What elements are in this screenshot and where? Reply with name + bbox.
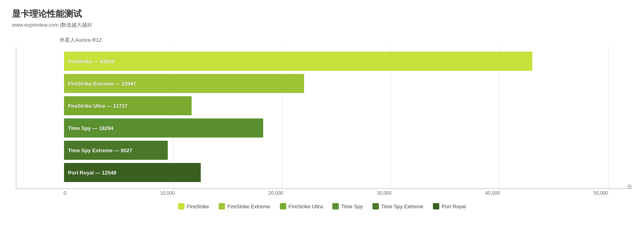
bar-firestrike-ultra: FireStrike Ultra — 11717 <box>64 96 192 115</box>
legend-label: FireStrike Ultra <box>289 204 323 209</box>
x-tick: 50,000 <box>594 190 608 196</box>
x-tick: 10,000 <box>160 190 175 196</box>
legend: FireStrikeFireStrike ExtremeFireStrike U… <box>12 203 632 209</box>
legend-label: FireStrike Extreme <box>227 204 270 209</box>
legend-color-box <box>433 203 439 209</box>
x-tick: 0 <box>64 190 66 196</box>
x-axis: 分 010,00020,00030,00040,00050,000 <box>16 190 632 196</box>
chart-container: FireStrike — 43010FireStrike Extreme — 2… <box>12 47 632 196</box>
bar-label: Time Spy Extreme — 9527 <box>68 147 132 153</box>
system-name: 外星人Aurora R12 <box>60 37 632 44</box>
bar-port-royal: Port Royal — 12549 <box>64 163 201 182</box>
bar-row: FireStrike — 43010 <box>64 51 608 72</box>
bar-label: FireStrike Extreme — 22047 <box>68 81 136 87</box>
legend-label: FireStrike <box>187 204 209 209</box>
legend-color-box <box>280 203 286 209</box>
subtitle: www.expreview.com |数值越大越好 <box>12 21 632 29</box>
bar-row: FireStrike Extreme — 22047 <box>64 73 608 94</box>
bar-time-spy-extreme: Time Spy Extreme — 9527 <box>64 141 168 160</box>
bar-firestrike-extreme: FireStrike Extreme — 22047 <box>64 74 304 93</box>
bar-firestrike: FireStrike — 43010 <box>64 52 532 71</box>
bar-label: Time Spy — 18294 <box>68 125 113 131</box>
legend-item: FireStrike Extreme <box>219 203 270 209</box>
bar-label: FireStrike Ultra — 11717 <box>68 103 128 109</box>
bar-row: Time Spy — 18294 <box>64 118 608 138</box>
legend-label: Port Royal <box>442 204 466 209</box>
legend-item: FireStrike Ultra <box>280 203 323 209</box>
legend-color-box <box>178 203 184 209</box>
x-tick: 20,000 <box>268 190 283 196</box>
legend-label: Time Spy Extreme <box>381 204 423 209</box>
legend-item: Time Spy Extreme <box>372 203 423 209</box>
legend-color-box <box>219 203 225 209</box>
legend-color-box <box>332 203 339 209</box>
legend-item: Port Royal <box>433 203 466 209</box>
bar-row: Time Spy Extreme — 9527 <box>64 140 608 161</box>
bar-label: FireStrike — 43010 <box>68 58 114 64</box>
x-tick: 30,000 <box>377 190 392 196</box>
legend-item: FireStrike <box>178 203 209 209</box>
x-tick: 40,000 <box>485 190 500 196</box>
chart-area: 外星人Aurora R12 FireStrike — 43010FireStri… <box>12 37 632 209</box>
legend-item: Time Spy <box>332 203 363 209</box>
x-unit: 分 <box>627 183 632 190</box>
bars-section: FireStrike — 43010FireStrike Extreme — 2… <box>16 47 632 189</box>
bar-row: FireStrike Ultra — 11717 <box>64 95 608 116</box>
bar-label: Port Royal — 12549 <box>68 170 116 176</box>
bar-row: Port Royal — 12549 <box>64 162 608 183</box>
grid-line <box>608 47 609 188</box>
page-title: 显卡理论性能测试 <box>12 8 632 20</box>
bar-time-spy: Time Spy — 18294 <box>64 118 263 138</box>
legend-color-box <box>372 203 379 209</box>
legend-label: Time Spy <box>341 204 363 209</box>
